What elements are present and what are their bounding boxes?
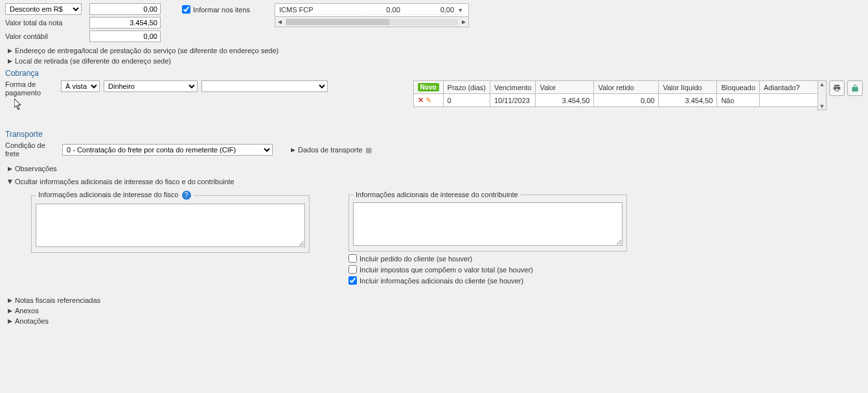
- expander-local-retirada[interactable]: ▶ Local de retirada (se diferente do end…: [8, 57, 863, 65]
- valor-total-label: Valor total da nota: [5, 19, 89, 27]
- expander-label: Local de retirada (se diferente do ender…: [15, 57, 171, 65]
- expander-dados-transporte[interactable]: ▶ Dados de transporte ▦: [291, 146, 372, 154]
- scroll-right-icon[interactable]: ►: [459, 18, 468, 25]
- table-row[interactable]: ✕ ✎ 0 10/11/2023 3.454,50 0,00 3.454,50 …: [413, 94, 817, 107]
- section-title-cobranca: Cobrança: [5, 69, 863, 78]
- mini-table-hscroll[interactable]: ◄ ►: [275, 17, 469, 27]
- expander-label: Anexos: [15, 307, 39, 315]
- col-valor: Valor: [536, 81, 594, 94]
- chevron-right-icon: ▶: [8, 297, 12, 304]
- forma-pagamento-tipo-select[interactable]: Dinheiro: [104, 80, 198, 92]
- mini-table-val1: 0,00: [362, 5, 403, 15]
- condicao-frete-label: Condição de frete: [5, 141, 57, 158]
- incluir-impostos-label: Incluir impostos que compõem o valor tot…: [360, 266, 533, 274]
- valor-contabil-label: Valor contábil: [5, 32, 89, 40]
- expander-anotacoes[interactable]: ▶ Anotações: [8, 317, 863, 325]
- expander-observacoes[interactable]: ▶ Observações: [8, 165, 863, 173]
- novo-button[interactable]: Novo: [418, 83, 439, 91]
- informar-itens-checkbox[interactable]: [182, 5, 190, 14]
- delete-row-icon[interactable]: ✕: [418, 96, 424, 104]
- contrib-textarea[interactable]: [353, 202, 622, 246]
- chevron-right-icon: ▶: [8, 58, 12, 64]
- fisco-legend: Informações adicionais de interesse do f…: [38, 191, 178, 198]
- mini-table-val2: 0,00: [440, 6, 454, 14]
- condicao-frete-select[interactable]: 0 - Contratação do frete por conta do re…: [62, 144, 273, 156]
- col-adiantado: Adiantado?: [760, 81, 818, 94]
- help-icon[interactable]: ?: [182, 191, 191, 200]
- mini-table-row-label: ICMS FCP: [277, 5, 361, 15]
- print-button[interactable]: [829, 80, 845, 96]
- col-bloqueado: Bloqueado: [717, 81, 760, 94]
- chevron-down-icon: ▶: [7, 180, 14, 184]
- contrib-legend: Informações adicionais de interesse do c…: [353, 191, 521, 198]
- cell-prazo: 0: [443, 94, 490, 107]
- col-prazo: Prazo (dias): [443, 81, 490, 94]
- desconto-select[interactable]: Desconto em R$: [5, 3, 82, 15]
- col-valor-retido: Valor retido: [594, 81, 659, 94]
- cursor-icon: [14, 99, 22, 110]
- cell-bloqueado: Não: [717, 94, 760, 107]
- expander-endereco-entrega[interactable]: ▶ Endereço de entrega/local de prestação…: [8, 47, 863, 54]
- expander-label: Observações: [15, 165, 57, 173]
- chevron-right-icon: ▶: [8, 318, 12, 324]
- valor-total-input[interactable]: [89, 17, 161, 29]
- expander-label: Endereço de entrega/local de prestação d…: [15, 47, 279, 54]
- chevron-right-icon: ▶: [8, 307, 12, 314]
- desconto-value-input[interactable]: [89, 3, 161, 15]
- expander-notas-ref[interactable]: ▶ Notas fiscais referenciadas: [8, 296, 863, 304]
- chevron-right-icon: ▶: [8, 47, 12, 54]
- incluir-impostos-checkbox[interactable]: [348, 265, 357, 274]
- col-valor-liquido: Valor líquido: [659, 81, 717, 94]
- lock-button[interactable]: [847, 80, 863, 96]
- incluir-info-cliente-label: Incluir informações adicionais do client…: [360, 277, 523, 285]
- cell-valor-retido: 0,00: [594, 94, 659, 107]
- cell-adiantado: [760, 94, 818, 107]
- forma-pagamento-label: Forma de pagamento: [5, 80, 57, 97]
- cell-vencimento: 10/11/2023: [490, 94, 535, 107]
- cobranca-table: Novo Prazo (dias) Vencimento Valor Valor…: [413, 80, 818, 107]
- chevron-right-icon: ▶: [291, 147, 295, 153]
- cell-valor: 3.454,50: [536, 94, 594, 107]
- chevron-down-icon[interactable]: ▼: [456, 7, 464, 14]
- expander-label: Ocultar informações adicionais de intere…: [15, 178, 234, 185]
- grid-icon: ▦: [365, 146, 372, 154]
- valor-contabil-input[interactable]: [89, 30, 161, 42]
- table-vscroll[interactable]: ▲ ▼: [817, 80, 827, 110]
- expander-label: Anotações: [15, 317, 49, 325]
- scroll-down-icon[interactable]: ▼: [818, 103, 826, 110]
- forma-pagamento-extra-select[interactable]: [201, 80, 328, 92]
- scroll-up-icon[interactable]: ▲: [818, 81, 826, 88]
- fisco-textarea[interactable]: [36, 204, 305, 247]
- incluir-info-cliente-checkbox[interactable]: [348, 276, 357, 285]
- chevron-right-icon: ▶: [8, 165, 12, 172]
- expander-label: Dados de transporte: [298, 146, 363, 154]
- incluir-pedido-label: Incluir pedido do cliente (se houver): [360, 255, 472, 263]
- expander-ocultar-info[interactable]: ▶ Ocultar informações adicionais de inte…: [8, 178, 863, 185]
- expander-label: Notas fiscais referenciadas: [15, 296, 100, 304]
- tax-mini-table: ICMS FCP 0,00 0,00 ▼: [275, 3, 469, 17]
- section-title-transporte: Transporte: [5, 130, 863, 139]
- cell-valor-liquido: 3.454,50: [659, 94, 717, 107]
- edit-row-icon[interactable]: ✎: [426, 96, 431, 104]
- informar-itens-label: Informar nos itens: [193, 6, 250, 14]
- incluir-pedido-checkbox[interactable]: [348, 254, 357, 263]
- col-vencimento: Vencimento: [490, 81, 535, 94]
- forma-pagamento-vista-select[interactable]: À vista: [61, 80, 100, 92]
- scroll-left-icon[interactable]: ◄: [275, 18, 284, 25]
- expander-anexos[interactable]: ▶ Anexos: [8, 307, 863, 315]
